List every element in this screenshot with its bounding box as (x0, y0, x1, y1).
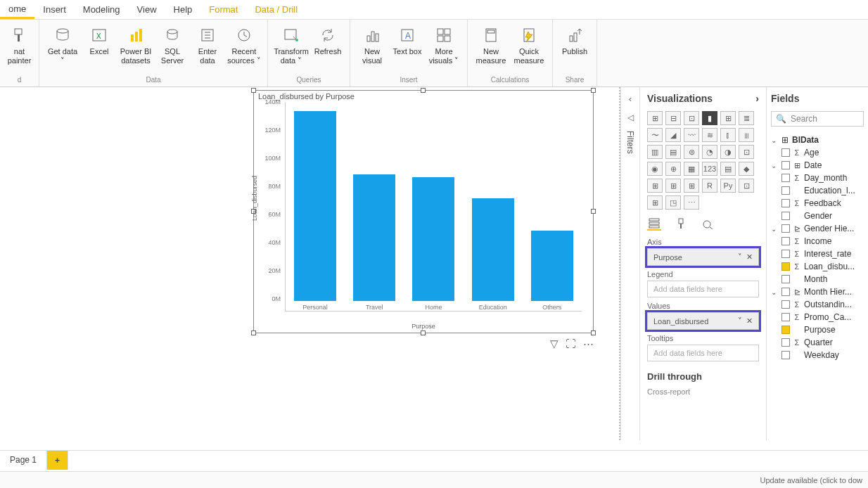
excel-button[interactable]: XExcel (83, 23, 115, 56)
viz-type-icon[interactable]: 〰 (684, 128, 699, 142)
field-checkbox[interactable] (781, 148, 790, 157)
tab-insert[interactable]: Insert (34, 1, 75, 18)
bar-travel[interactable] (353, 174, 395, 301)
axis-field-well[interactable]: Purpose ˅✕ (647, 248, 759, 266)
field-checkbox[interactable] (781, 288, 790, 296)
tab-home[interactable]: ome (0, 1, 34, 19)
format-tab[interactable] (674, 217, 688, 231)
viz-type-icon[interactable]: ⊞ (647, 111, 663, 125)
viz-type-icon[interactable]: ≣ (739, 111, 754, 125)
viz-type-icon[interactable]: ▮ (702, 111, 717, 125)
viz-type-icon[interactable]: ⊟ (665, 111, 681, 125)
field-loan[interactable]: ΣLoan_disbu... (771, 260, 864, 273)
report-canvas[interactable]: Loan_disbursed by Purpose 0M20M40M60M80M… (0, 87, 620, 440)
viz-type-icon[interactable]: ◉ (647, 162, 663, 176)
tab-format[interactable]: Format (200, 1, 246, 18)
viz-type-icon[interactable]: ⊡ (739, 179, 754, 193)
remove-field-icon[interactable]: ✕ (746, 252, 753, 262)
viz-type-icon[interactable]: ⊚ (684, 145, 699, 159)
fields-tab[interactable] (647, 217, 661, 231)
values-field-well[interactable]: Loan_disbursed ˅✕ (647, 312, 759, 330)
field-checkbox[interactable] (781, 262, 790, 271)
field-checkbox[interactable] (781, 224, 790, 233)
field-checkbox[interactable] (781, 237, 790, 245)
field-checkbox[interactable] (781, 250, 790, 258)
viz-type-icon[interactable]: ◆ (739, 162, 754, 176)
viz-type-icon[interactable]: ◳ (665, 195, 681, 210)
viz-type-icon[interactable]: ▤ (665, 145, 681, 159)
field-age[interactable]: ΣAge (771, 146, 864, 159)
filters-pane-collapsed[interactable]: ‹ ◁ Filters (620, 87, 640, 440)
bar-chart-visual[interactable]: Loan_disbursed by Purpose 0M20M40M60M80M… (253, 90, 594, 333)
field-checkbox[interactable] (781, 313, 790, 321)
eraser-icon[interactable]: ◁ (627, 113, 634, 122)
viz-type-icon[interactable]: ◑ (720, 145, 736, 159)
legend-field-well[interactable]: Add data fields here (647, 281, 759, 297)
field-checkbox[interactable] (781, 174, 790, 182)
viz-type-icon[interactable]: ⊕ (665, 162, 681, 176)
more-visuals-button[interactable]: More visuals ˅ (426, 23, 461, 65)
viz-type-icon[interactable]: ⊞ (647, 179, 663, 193)
field-checkbox[interactable] (781, 326, 790, 334)
field-income[interactable]: ΣIncome (771, 235, 864, 248)
viz-type-icon[interactable]: ⫿ (720, 128, 736, 142)
bar-education[interactable] (472, 198, 514, 301)
field-quarter[interactable]: ΣQuarter (771, 336, 864, 349)
field-interest[interactable]: ΣInterest_rate (771, 248, 864, 260)
tab-view[interactable]: View (129, 1, 165, 18)
viz-type-icon[interactable]: ⊞ (665, 179, 681, 193)
bar-personal[interactable] (294, 111, 336, 301)
field-checkbox[interactable] (781, 212, 790, 220)
chevron-down-icon[interactable]: ˅ (738, 252, 742, 262)
viz-type-icon[interactable]: ≋ (702, 128, 717, 142)
viz-type-icon[interactable]: ◢ (665, 128, 681, 142)
bar-others[interactable] (531, 231, 573, 301)
format-painter-button[interactable]: nat painter (2, 23, 37, 65)
viz-type-icon[interactable]: ⊞ (720, 111, 736, 125)
field-gender[interactable]: Gender (771, 210, 864, 222)
field-purpose[interactable]: Purpose (771, 323, 864, 336)
field-checkbox[interactable] (781, 275, 790, 283)
new-visual-button[interactable]: New visual (356, 23, 388, 65)
publish-button[interactable]: Publish (559, 23, 591, 56)
quick-measure-button[interactable]: Quick measure (511, 23, 547, 65)
field-checkbox[interactable] (781, 199, 790, 207)
page-tab-1[interactable]: Page 1 (0, 451, 47, 470)
field-feedback[interactable]: ΣFeedback (771, 197, 864, 210)
field-month[interactable]: Month (771, 273, 864, 285)
viz-type-icon[interactable]: ⫼ (739, 128, 754, 142)
tab-modeling[interactable]: Modeling (75, 1, 129, 18)
viz-type-icon[interactable]: ⊞ (684, 179, 699, 193)
expand-icon[interactable]: › (755, 93, 759, 104)
viz-type-icon[interactable]: ⊞ (647, 195, 663, 210)
viz-type-icon[interactable]: ▤ (720, 162, 736, 176)
field-checkbox[interactable] (781, 338, 790, 347)
add-page-button[interactable]: + (47, 451, 68, 470)
chevron-down-icon[interactable]: ˅ (738, 316, 742, 326)
filter-icon[interactable]: ▽ (550, 338, 559, 458)
new-measure-button[interactable]: New measure (473, 23, 509, 65)
table-bidata[interactable]: ⌄⊞BIData (771, 134, 864, 146)
field-checkbox[interactable] (781, 161, 790, 169)
field-day_month[interactable]: ΣDay_month (771, 172, 864, 184)
field-checkbox[interactable] (781, 186, 790, 195)
viz-type-icon[interactable]: ⋯ (684, 195, 699, 210)
field-date[interactable]: ⌄⊞Date (771, 159, 864, 172)
viz-type-icon[interactable]: ▦ (684, 162, 699, 176)
get-data-button[interactable]: Get data ˅ (45, 23, 80, 65)
transform-data-button[interactable]: Transform data ˅ (274, 23, 309, 65)
update-available-text[interactable]: Update available (click to dow (760, 476, 862, 484)
viz-type-icon[interactable]: Py (720, 179, 736, 193)
viz-type-icon[interactable]: 〜 (647, 128, 663, 142)
viz-type-icon[interactable]: ◔ (702, 145, 717, 159)
field-month_hier[interactable]: ⌄⊵Month Hier... (771, 285, 864, 298)
tooltips-field-well[interactable]: Add data fields here (647, 345, 759, 361)
viz-type-icon[interactable]: R (702, 179, 717, 193)
focus-mode-icon[interactable]: ⛶ (566, 338, 576, 458)
field-promo[interactable]: ΣPromo_Ca... (771, 311, 864, 323)
refresh-button[interactable]: Refresh (312, 23, 344, 56)
tab-help[interactable]: Help (165, 1, 201, 18)
enter-data-button[interactable]: Enter data (191, 23, 224, 65)
collapse-icon[interactable]: ‹ (629, 94, 632, 104)
more-options-icon[interactable]: ⋯ (583, 338, 594, 458)
